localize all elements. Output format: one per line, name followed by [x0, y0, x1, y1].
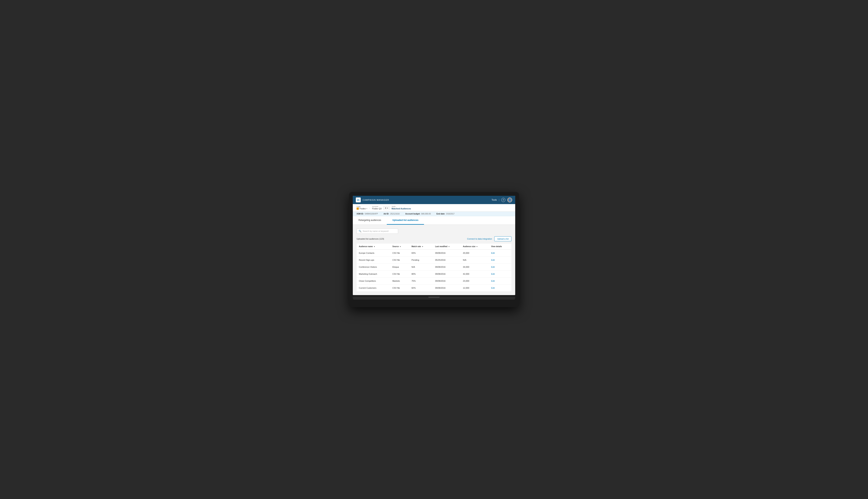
cell-name-2: Conference Visitors — [357, 263, 390, 270]
breadcrumb: Page Fixdex ▾ › Account Fixdex Q3 ⚙ ▾ — [353, 204, 515, 212]
cell-action-4[interactable]: Edit — [489, 277, 511, 284]
top-nav: in CAMPAIGN MANAGER Tools | ⏱ 👤 — [353, 196, 515, 204]
cell-source-4: Marketo — [390, 277, 409, 284]
col-match-rate[interactable]: Match rate ▾ — [409, 244, 433, 250]
tabs-container: Retargeting audiences Uploaded list audi… — [353, 216, 515, 225]
cell-action-2[interactable]: Edit — [489, 263, 511, 270]
tools-label: Tools — [391, 206, 411, 207]
search-icon: 🔍 — [359, 230, 361, 232]
table-count: Uploaded list audiences (123) — [357, 238, 384, 240]
cell-name-0: Europe Contacts — [357, 250, 390, 256]
cell-size-1: N/A — [461, 256, 489, 263]
edit-link-0[interactable]: Edit — [491, 252, 495, 254]
cell-source-2: Eloqua — [390, 263, 409, 270]
nav-right: Tools | ⏱ 👤 — [492, 197, 512, 203]
cell-size-5: 12,000 — [461, 284, 489, 291]
col-audience-name[interactable]: Audience name ▾ — [357, 244, 390, 250]
table-body: Europe Contacts CSV file 83% 09/08/2016 … — [357, 250, 511, 291]
sort-arrow-match: ▾ — [422, 246, 423, 247]
ad-id: Ad ID: 252121616 — [384, 213, 400, 215]
table-header-row: Uploaded list audiences (123) Connect to… — [357, 236, 511, 241]
cell-name-5: Current Customers — [357, 284, 390, 291]
table-actions: Connect to data integration Upload a lis… — [467, 236, 511, 241]
cell-action-5[interactable]: Edit — [489, 284, 511, 291]
content-area: 🔍 Search by name or keyword Uploaded lis… — [353, 225, 515, 295]
edit-link-1[interactable]: Edit — [491, 259, 495, 261]
xsm-id: XSM ID: 549943156XFP — [357, 213, 378, 215]
cell-match-rate-5: 82% — [409, 284, 433, 291]
cell-source-1: CSV file — [390, 256, 409, 263]
connect-link[interactable]: Connect to data integration — [467, 238, 492, 240]
clock-icon[interactable]: ⏱ — [501, 198, 505, 202]
cell-size-2: 34,000 — [461, 263, 489, 270]
cell-name-4: Close Competitors — [357, 277, 390, 284]
sort-arrow-modified: ▾ — [448, 246, 449, 247]
breadcrumb-account: Account Fixdex Q3 — [372, 206, 382, 210]
audiences-table: Audience name ▾ Source ▾ Match rate ▾ — [357, 244, 511, 291]
cell-source-3: CSV file — [390, 270, 409, 277]
nav-left: in CAMPAIGN MANAGER — [356, 197, 389, 203]
cell-size-3: 42,000 — [461, 270, 489, 277]
table-row: Recent Sign-ups CSV file Pending 05/25/2… — [357, 256, 511, 263]
table-row: Current Customers CSV file 82% 09/08/201… — [357, 284, 511, 291]
table-wrapper: Audience name ▾ Source ▾ Match rate ▾ — [357, 244, 511, 291]
sort-arrow-name: ▾ — [374, 246, 375, 247]
page-icon — [357, 207, 359, 210]
cell-action-3[interactable]: Edit — [489, 270, 511, 277]
tab-uploaded[interactable]: Uploaded list audiences — [387, 216, 424, 225]
page-value: Fixdex ▾ — [357, 207, 367, 210]
table-row: Europe Contacts CSV file 83% 09/08/2016 … — [357, 250, 511, 256]
cell-name-3: Marketing Outreach — [357, 270, 390, 277]
column-headers: Audience name ▾ Source ▾ Match rate ▾ — [357, 244, 511, 250]
account-value: Fixdex Q3 — [372, 207, 382, 210]
edit-link-2[interactable]: Edit — [491, 266, 495, 268]
app-title: CAMPAIGN MANAGER — [363, 199, 389, 201]
tab-retargeting[interactable]: Retargeting audiences — [353, 216, 387, 225]
edit-link-5[interactable]: Edit — [491, 287, 495, 289]
col-last-modified[interactable]: Last modified ▾ — [433, 244, 461, 250]
cell-name-1: Recent Sign-ups — [357, 256, 390, 263]
cell-source-5: CSV file — [390, 284, 409, 291]
breadcrumb-arrow-2: ⚙ ▾ — [383, 206, 390, 210]
gear-button[interactable]: ⚙ ▾ — [383, 206, 390, 210]
user-avatar[interactable]: 👤 — [507, 197, 512, 203]
edit-link-4[interactable]: Edit — [491, 280, 495, 282]
col-source[interactable]: Source ▾ — [390, 244, 409, 250]
col-view-details: View details — [489, 244, 511, 250]
upload-button[interactable]: Upload a list — [494, 236, 511, 241]
tools-value: Matched Audiences — [391, 207, 411, 210]
info-bar: XSM ID: 549943156XFP Ad ID: 252121616 Ac… — [353, 212, 515, 216]
sort-arrow-size: ▾ — [477, 246, 478, 247]
search-placeholder: Search by name or keyword — [363, 230, 388, 232]
cell-size-4: 23,000 — [461, 277, 489, 284]
table-row: Conference Visitors Eloqua N/A 09/08/201… — [357, 263, 511, 270]
cell-modified-3: 09/08/2016 — [433, 270, 461, 277]
edit-link-3[interactable]: Edit — [491, 273, 495, 275]
cell-modified-2: 09/08/2016 — [433, 263, 461, 270]
end-date: End date: 3/16/2017 — [436, 213, 455, 215]
table-row: Marketing Outreach CSV file 80% 09/08/20… — [357, 270, 511, 277]
table-head: Audience name ▾ Source ▾ Match rate ▾ — [357, 244, 511, 250]
cell-modified-5: 09/08/2016 — [433, 284, 461, 291]
cell-match-rate-0: 83% — [409, 250, 433, 256]
cell-size-0: 20,000 — [461, 250, 489, 256]
cell-match-rate-4: 75% — [409, 277, 433, 284]
cell-match-rate-2: N/A — [409, 263, 433, 270]
account-label: Account — [372, 206, 382, 207]
cell-source-0: CSV file — [390, 250, 409, 256]
breadcrumb-tools: Tools Matched Audiences — [391, 206, 411, 210]
cell-match-rate-1: Pending — [409, 256, 433, 263]
breadcrumb-page: Page Fixdex ▾ — [357, 206, 367, 210]
sort-arrow-source: ▾ — [400, 246, 401, 247]
cell-action-1[interactable]: Edit — [489, 256, 511, 263]
col-audience-size[interactable]: Audience size ▾ — [461, 244, 489, 250]
linkedin-logo: in — [356, 197, 361, 203]
cell-action-0[interactable]: Edit — [489, 250, 511, 256]
search-input[interactable]: 🔍 Search by name or keyword — [357, 229, 398, 234]
cell-modified-0: 09/08/2016 — [433, 250, 461, 256]
nav-tools-label[interactable]: Tools — [492, 199, 497, 201]
cell-match-rate-3: 80% — [409, 270, 433, 277]
nav-divider: | — [499, 199, 499, 201]
account-budget: Account budget: $40,000.00 — [405, 213, 431, 215]
cell-modified-1: 05/25/2016 — [433, 256, 461, 263]
